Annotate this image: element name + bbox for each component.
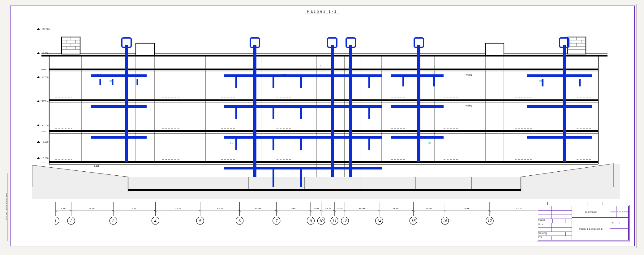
left-revision-strip: Изм. Лист № докум. Подп. Дата bbox=[1, 173, 8, 241]
svg-text:17: 17 bbox=[487, 219, 492, 223]
svg-text:6000: 6000 bbox=[131, 207, 137, 210]
svg-text:2000: 2000 bbox=[61, 207, 66, 210]
svg-text:4500: 4500 bbox=[217, 207, 223, 210]
svg-text:6000: 6000 bbox=[426, 207, 432, 210]
svg-text:6000: 6000 bbox=[255, 207, 261, 210]
svg-text:5: 5 bbox=[199, 219, 201, 223]
chimney-right bbox=[567, 37, 586, 54]
svg-text:П1: П1 bbox=[428, 142, 431, 144]
title-block-revision-grid: Разраб. Пров. Н.контр. Утв. bbox=[538, 206, 572, 240]
svg-text:ВЕ: ВЕ bbox=[230, 142, 233, 144]
svg-text:16: 16 bbox=[443, 219, 447, 223]
title-block-project: Вентиляция bbox=[572, 206, 610, 218]
drawing-frame: Разрез 1-1 +12.600 +9.300 +6.000 +2.700 … bbox=[10, 6, 635, 246]
svg-text:7: 7 bbox=[275, 219, 278, 223]
svg-text:6: 6 bbox=[238, 219, 241, 223]
svg-text:ПД: ПД bbox=[539, 80, 543, 82]
svg-text:14: 14 bbox=[377, 219, 381, 223]
grid-axis-row: 1200026000360004720054500660007450082000… bbox=[55, 202, 603, 230]
svg-text:6000: 6000 bbox=[89, 207, 95, 210]
svg-text:6000: 6000 bbox=[465, 207, 470, 210]
title-block-drawing-name: Разрез 1-1. Схема П, В bbox=[572, 218, 610, 240]
title-block: Разраб. Пров. Н.контр. Утв. Вентиляция Р… bbox=[537, 205, 630, 241]
svg-text:В1: В1 bbox=[320, 65, 323, 67]
svg-text:+9.300: +9.300 bbox=[465, 74, 472, 76]
svg-text:3: 3 bbox=[112, 219, 115, 223]
svg-text:6000: 6000 bbox=[393, 207, 399, 210]
svg-text:10: 10 bbox=[319, 219, 324, 223]
chimney-left bbox=[62, 37, 80, 54]
svg-text:7200: 7200 bbox=[175, 207, 181, 210]
svg-text:11: 11 bbox=[332, 219, 337, 223]
svg-text:2000: 2000 bbox=[313, 207, 319, 210]
svg-text:1400: 1400 bbox=[325, 207, 331, 210]
section-title: Разрез 1-1 bbox=[11, 9, 634, 14]
svg-rect-45 bbox=[485, 43, 504, 56]
svg-text:12: 12 bbox=[343, 219, 347, 223]
svg-text:4200: 4200 bbox=[337, 207, 342, 210]
svg-text:+6.000: +6.000 bbox=[465, 105, 472, 107]
svg-text:4500: 4500 bbox=[291, 207, 296, 210]
svg-text:0.000: 0.000 bbox=[94, 165, 100, 167]
svg-text:2: 2 bbox=[70, 219, 72, 223]
svg-text:1: 1 bbox=[55, 219, 57, 223]
svg-rect-44 bbox=[136, 43, 154, 56]
building-section-drawing: +9.300 +6.000 +2.700 0.000 +9.300 +6.000… bbox=[32, 26, 620, 199]
section-title-text: Разрез 1-1 bbox=[305, 9, 340, 14]
svg-text:8: 8 bbox=[310, 219, 312, 223]
svg-text:6000: 6000 bbox=[359, 207, 365, 210]
svg-text:4: 4 bbox=[154, 219, 157, 223]
svg-text:15: 15 bbox=[411, 219, 416, 223]
svg-text:7200: 7200 bbox=[516, 207, 522, 210]
svg-text:ПД: ПД bbox=[109, 80, 113, 82]
